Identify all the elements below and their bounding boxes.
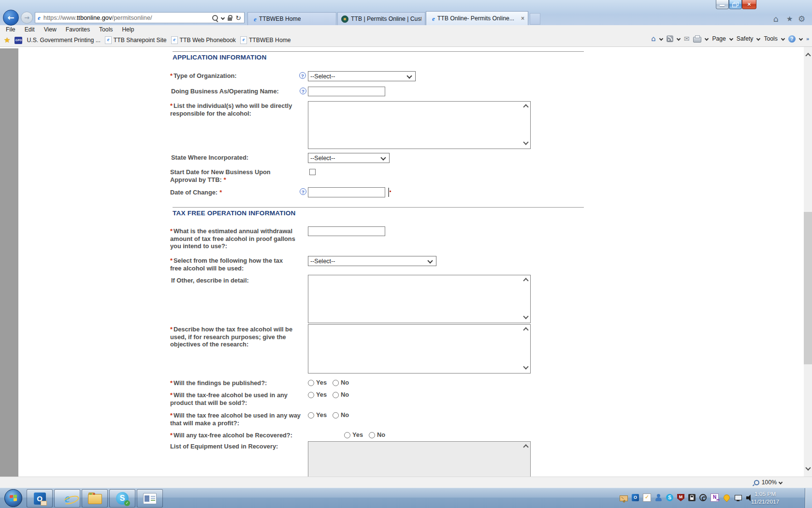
tools-dropdown-icon[interactable]	[781, 37, 785, 41]
tab-close-icon[interactable]: ×	[518, 15, 524, 21]
withdrawal-amount-input[interactable]	[308, 226, 385, 236]
help-icon[interactable]: ?	[300, 188, 306, 195]
close-button[interactable]: ×	[742, 0, 756, 9]
page-menu[interactable]: Page	[712, 35, 725, 43]
refresh-icon[interactable]: ↻	[235, 15, 241, 21]
type-of-organization-select[interactable]: --Select--	[308, 71, 416, 81]
new-tab-button[interactable]	[530, 13, 540, 25]
outlook-tray-icon[interactable]: O	[632, 494, 639, 501]
calendar-icon[interactable]	[388, 188, 389, 197]
gpo-icon[interactable]: GPO	[14, 37, 22, 44]
state-incorporated-select[interactable]: --Select--	[308, 153, 390, 163]
scroll-up-icon[interactable]	[523, 327, 528, 332]
show-desktop-button[interactable]	[805, 488, 812, 508]
recovered-yes-radio[interactable]	[344, 432, 350, 438]
taskbar-clock[interactable]: 1:05 PM 11/21/2017	[749, 490, 781, 506]
gear-icon[interactable]: ⚙	[798, 14, 805, 24]
address-bar[interactable]: e https://www.ttbonline.gov/permitsonlin…	[35, 12, 245, 23]
recovered-no-radio[interactable]	[369, 432, 375, 438]
start-button[interactable]	[4, 489, 22, 507]
taskbar-app-window-button[interactable]	[137, 489, 163, 508]
scroll-up-icon[interactable]	[523, 104, 528, 109]
minimize-button[interactable]	[716, 0, 729, 9]
mail-tray-icon[interactable]	[620, 495, 628, 501]
forward-button[interactable]: →	[21, 12, 33, 24]
encryption-lock-icon[interactable]	[688, 494, 696, 501]
feed-dropdown-icon[interactable]	[676, 37, 680, 41]
taskbar-outlook-button[interactable]: O	[27, 489, 53, 508]
taskbar-explorer-button[interactable]	[82, 489, 108, 508]
favlink-us-government-printing[interactable]: U.S. Government Printing ...	[27, 36, 100, 44]
favorites-bar-star-icon[interactable]: ★	[4, 37, 10, 44]
date-of-change-input[interactable]	[308, 187, 385, 197]
taskbar-skype-button[interactable]: S	[109, 489, 135, 508]
back-button[interactable]: ←	[3, 10, 19, 26]
home-dropdown-icon[interactable]	[659, 37, 663, 41]
zoom-dropdown-icon[interactable]	[779, 480, 783, 484]
menu-view[interactable]: View	[43, 26, 58, 33]
field-label-published: *Will the findings be published?:	[170, 379, 305, 387]
tab-ttb-permits-online[interactable]: TTB | Permits Online | Custom...	[337, 12, 425, 25]
individuals-textarea[interactable]	[308, 101, 531, 149]
product-sold-yes-radio[interactable]	[308, 392, 314, 398]
menu-help[interactable]: Help	[120, 26, 135, 33]
zoom-control[interactable]: 100%	[754, 478, 782, 486]
mcafee-shield-icon[interactable]: M	[677, 494, 684, 501]
address-dropdown-icon[interactable]	[221, 15, 225, 19]
home-icon[interactable]: ⌂	[773, 14, 779, 24]
restore-button[interactable]	[729, 0, 742, 9]
scroll-down-icon[interactable]	[523, 314, 528, 319]
tab-ttbweb-home[interactable]: e TTBWEB Home	[247, 12, 336, 25]
profit-no-radio[interactable]	[333, 412, 339, 418]
published-no-radio[interactable]	[333, 380, 339, 386]
more-commands-icon[interactable]: »	[806, 35, 809, 42]
taskbar-ie-button[interactable]: e	[54, 489, 80, 508]
favlink-ttb-sharepoint[interactable]: eTTB Sharepoint Site	[105, 36, 167, 44]
if-other-textarea[interactable]	[308, 275, 531, 323]
scroll-down-icon[interactable]	[523, 364, 528, 369]
help-dropdown-icon[interactable]	[799, 37, 803, 41]
menu-file[interactable]: File	[4, 26, 17, 33]
menu-favorites[interactable]: Favorites	[64, 26, 91, 33]
favlink-ttb-web-phonebook[interactable]: eTTB Web Phonebook	[171, 36, 236, 44]
favlink-ttbweb-home[interactable]: eTTBWEB Home	[240, 36, 291, 44]
system-tray: O ✓ S M N	[620, 493, 753, 502]
how-used-select[interactable]: --Select--	[308, 256, 436, 266]
contact-tray-icon[interactable]	[655, 494, 662, 501]
tasks-tray-icon[interactable]: ✓	[643, 493, 651, 502]
safety-menu[interactable]: Safety	[737, 35, 754, 43]
read-mail-icon[interactable]: ✉	[684, 35, 690, 42]
research-textarea[interactable]	[308, 324, 531, 374]
scroll-down-icon[interactable]	[523, 139, 528, 145]
page-scrollbar[interactable]	[804, 47, 812, 477]
profit-yes-radio[interactable]	[308, 412, 314, 418]
help-icon[interactable]: ?	[300, 88, 306, 94]
swirl-tray-icon[interactable]	[699, 494, 707, 501]
menu-tools[interactable]: Tools	[98, 26, 114, 33]
onenote-clipper-icon[interactable]: N	[710, 493, 719, 502]
scrollbar-thumb[interactable]	[804, 212, 812, 364]
scroll-up-icon[interactable]	[805, 53, 811, 58]
menu-edit[interactable]: Edit	[23, 26, 36, 33]
published-yes-radio[interactable]	[308, 380, 314, 386]
scroll-down-icon[interactable]	[805, 465, 811, 470]
skype-tray-icon[interactable]: S	[666, 494, 673, 501]
tab-ttb-online-active[interactable]: e TTB Online- Permits Online... ×	[426, 11, 528, 25]
scroll-up-icon[interactable]	[523, 278, 528, 283]
print-icon[interactable]	[693, 37, 701, 43]
flame-tray-icon[interactable]	[722, 493, 731, 502]
home-command-icon[interactable]: ⌂	[651, 35, 656, 43]
dba-input[interactable]	[308, 87, 385, 96]
favorites-star-icon[interactable]: ★	[786, 14, 793, 24]
product-sold-no-radio[interactable]	[333, 392, 339, 398]
print-dropdown-icon[interactable]	[705, 37, 709, 41]
safety-dropdown-icon[interactable]	[756, 37, 760, 41]
network-tray-icon[interactable]	[735, 494, 742, 501]
page-dropdown-icon[interactable]	[729, 37, 733, 41]
help-icon[interactable]: ?	[788, 35, 796, 43]
start-date-checkbox[interactable]	[309, 169, 316, 175]
tools-menu[interactable]: Tools	[764, 35, 777, 43]
rss-feed-icon[interactable]	[667, 35, 673, 42]
search-icon[interactable]	[212, 15, 218, 21]
help-icon[interactable]: ?	[299, 72, 306, 79]
